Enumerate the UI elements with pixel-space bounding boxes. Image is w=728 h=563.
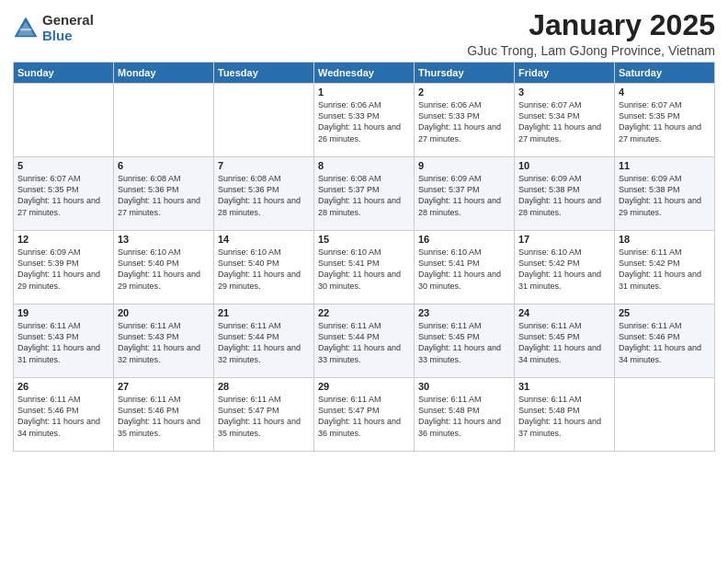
day-content: Sunrise: 6:10 AM Sunset: 5:42 PM Dayligh… <box>518 247 610 292</box>
calendar-cell: 31Sunrise: 6:11 AM Sunset: 5:48 PM Dayli… <box>515 378 615 452</box>
calendar-cell: 17Sunrise: 6:10 AM Sunset: 5:42 PM Dayli… <box>515 231 615 304</box>
day-number: 29 <box>318 381 410 392</box>
page: General Blue January 2025 GJuc Trong, La… <box>0 0 728 563</box>
day-content: Sunrise: 6:11 AM Sunset: 5:43 PM Dayligh… <box>118 320 210 365</box>
col-saturday: Saturday <box>615 63 715 84</box>
calendar-table: Sunday Monday Tuesday Wednesday Thursday… <box>13 62 715 452</box>
day-content: Sunrise: 6:07 AM Sunset: 5:35 PM Dayligh… <box>17 173 109 218</box>
day-content: Sunrise: 6:11 AM Sunset: 5:44 PM Dayligh… <box>218 320 310 365</box>
day-content: Sunrise: 6:10 AM Sunset: 5:40 PM Dayligh… <box>218 247 310 292</box>
calendar-cell: 13Sunrise: 6:10 AM Sunset: 5:40 PM Dayli… <box>114 231 214 304</box>
logo-text: General Blue <box>42 13 94 43</box>
col-wednesday: Wednesday <box>314 63 415 84</box>
calendar-cell <box>114 84 214 157</box>
day-number: 21 <box>218 307 310 318</box>
day-content: Sunrise: 6:08 AM Sunset: 5:36 PM Dayligh… <box>218 173 310 218</box>
day-number: 9 <box>418 160 510 171</box>
logo: General Blue <box>13 13 94 43</box>
day-number: 31 <box>518 381 610 392</box>
month-title: January 2025 <box>467 9 715 41</box>
day-number: 6 <box>118 160 210 171</box>
day-content: Sunrise: 6:10 AM Sunset: 5:40 PM Dayligh… <box>118 247 210 292</box>
calendar-week-5: 26Sunrise: 6:11 AM Sunset: 5:46 PM Dayli… <box>14 378 715 452</box>
day-content: Sunrise: 6:11 AM Sunset: 5:46 PM Dayligh… <box>118 394 210 439</box>
col-monday: Monday <box>114 63 214 84</box>
calendar-cell: 6Sunrise: 6:08 AM Sunset: 5:36 PM Daylig… <box>114 157 214 231</box>
day-number: 17 <box>518 234 610 245</box>
calendar-cell: 20Sunrise: 6:11 AM Sunset: 5:43 PM Dayli… <box>114 304 214 378</box>
calendar-cell: 12Sunrise: 6:09 AM Sunset: 5:39 PM Dayli… <box>14 231 114 304</box>
day-content: Sunrise: 6:10 AM Sunset: 5:41 PM Dayligh… <box>318 247 410 292</box>
day-content: Sunrise: 6:11 AM Sunset: 5:45 PM Dayligh… <box>418 320 510 365</box>
calendar-cell: 27Sunrise: 6:11 AM Sunset: 5:46 PM Dayli… <box>114 378 214 452</box>
calendar-cell: 7Sunrise: 6:08 AM Sunset: 5:36 PM Daylig… <box>214 157 314 231</box>
day-number: 22 <box>318 307 410 318</box>
calendar-cell <box>14 84 114 157</box>
calendar-cell: 28Sunrise: 6:11 AM Sunset: 5:47 PM Dayli… <box>214 378 314 452</box>
col-friday: Friday <box>515 63 615 84</box>
calendar-week-3: 12Sunrise: 6:09 AM Sunset: 5:39 PM Dayli… <box>14 231 715 304</box>
day-number: 12 <box>17 234 109 245</box>
day-number: 8 <box>318 160 410 171</box>
day-content: Sunrise: 6:11 AM Sunset: 5:48 PM Dayligh… <box>418 394 510 439</box>
day-content: Sunrise: 6:11 AM Sunset: 5:42 PM Dayligh… <box>619 247 711 292</box>
day-number: 16 <box>418 234 510 245</box>
day-content: Sunrise: 6:11 AM Sunset: 5:48 PM Dayligh… <box>518 394 610 439</box>
day-content: Sunrise: 6:09 AM Sunset: 5:39 PM Dayligh… <box>17 247 109 292</box>
calendar-cell: 22Sunrise: 6:11 AM Sunset: 5:44 PM Dayli… <box>314 304 415 378</box>
day-number: 2 <box>418 86 510 98</box>
header-row: Sunday Monday Tuesday Wednesday Thursday… <box>14 63 715 84</box>
day-number: 13 <box>118 234 210 245</box>
col-sunday: Sunday <box>14 63 114 84</box>
calendar-cell: 16Sunrise: 6:10 AM Sunset: 5:41 PM Dayli… <box>415 231 515 304</box>
calendar-cell: 1Sunrise: 6:06 AM Sunset: 5:33 PM Daylig… <box>314 84 415 157</box>
day-content: Sunrise: 6:11 AM Sunset: 5:43 PM Dayligh… <box>17 320 109 365</box>
day-content: Sunrise: 6:07 AM Sunset: 5:35 PM Dayligh… <box>619 99 711 144</box>
title-block: January 2025 GJuc Trong, Lam GJong Provi… <box>467 9 715 58</box>
svg-rect-2 <box>20 29 31 30</box>
day-number: 26 <box>17 381 109 392</box>
calendar-cell: 23Sunrise: 6:11 AM Sunset: 5:45 PM Dayli… <box>415 304 515 378</box>
calendar-cell: 14Sunrise: 6:10 AM Sunset: 5:40 PM Dayli… <box>214 231 314 304</box>
day-content: Sunrise: 6:11 AM Sunset: 5:47 PM Dayligh… <box>218 394 310 439</box>
calendar-cell: 18Sunrise: 6:11 AM Sunset: 5:42 PM Dayli… <box>615 231 715 304</box>
calendar-cell: 3Sunrise: 6:07 AM Sunset: 5:34 PM Daylig… <box>515 84 615 157</box>
day-number: 24 <box>518 307 610 318</box>
day-content: Sunrise: 6:09 AM Sunset: 5:38 PM Dayligh… <box>619 173 711 218</box>
calendar-cell: 10Sunrise: 6:09 AM Sunset: 5:38 PM Dayli… <box>515 157 615 231</box>
calendar-cell: 4Sunrise: 6:07 AM Sunset: 5:35 PM Daylig… <box>615 84 715 157</box>
calendar-cell: 9Sunrise: 6:09 AM Sunset: 5:37 PM Daylig… <box>415 157 515 231</box>
day-content: Sunrise: 6:09 AM Sunset: 5:37 PM Dayligh… <box>418 173 510 218</box>
calendar-cell: 30Sunrise: 6:11 AM Sunset: 5:48 PM Dayli… <box>415 378 515 452</box>
col-thursday: Thursday <box>415 63 515 84</box>
calendar-cell: 19Sunrise: 6:11 AM Sunset: 5:43 PM Dayli… <box>14 304 114 378</box>
calendar-cell: 26Sunrise: 6:11 AM Sunset: 5:46 PM Dayli… <box>14 378 114 452</box>
calendar-cell <box>615 378 715 452</box>
day-content: Sunrise: 6:11 AM Sunset: 5:46 PM Dayligh… <box>17 394 109 439</box>
calendar-cell: 8Sunrise: 6:08 AM Sunset: 5:37 PM Daylig… <box>314 157 415 231</box>
day-content: Sunrise: 6:07 AM Sunset: 5:34 PM Dayligh… <box>518 99 610 144</box>
day-number: 3 <box>518 86 610 98</box>
day-number: 19 <box>17 307 109 318</box>
day-content: Sunrise: 6:10 AM Sunset: 5:41 PM Dayligh… <box>418 247 510 292</box>
day-number: 1 <box>318 86 410 98</box>
day-content: Sunrise: 6:08 AM Sunset: 5:36 PM Dayligh… <box>118 173 210 218</box>
col-tuesday: Tuesday <box>214 63 314 84</box>
day-number: 14 <box>218 234 310 245</box>
calendar-week-4: 19Sunrise: 6:11 AM Sunset: 5:43 PM Dayli… <box>14 304 715 378</box>
calendar-cell: 5Sunrise: 6:07 AM Sunset: 5:35 PM Daylig… <box>14 157 114 231</box>
day-content: Sunrise: 6:08 AM Sunset: 5:37 PM Dayligh… <box>318 173 410 218</box>
calendar-cell: 29Sunrise: 6:11 AM Sunset: 5:47 PM Dayli… <box>314 378 415 452</box>
day-number: 10 <box>518 160 610 171</box>
header: General Blue January 2025 GJuc Trong, La… <box>13 9 715 58</box>
calendar-cell: 24Sunrise: 6:11 AM Sunset: 5:45 PM Dayli… <box>515 304 615 378</box>
day-number: 23 <box>418 307 510 318</box>
day-number: 30 <box>418 381 510 392</box>
calendar-cell: 25Sunrise: 6:11 AM Sunset: 5:46 PM Dayli… <box>615 304 715 378</box>
day-content: Sunrise: 6:11 AM Sunset: 5:46 PM Dayligh… <box>619 320 711 365</box>
calendar-cell: 2Sunrise: 6:06 AM Sunset: 5:33 PM Daylig… <box>415 84 515 157</box>
day-number: 25 <box>619 307 711 318</box>
calendar-cell: 21Sunrise: 6:11 AM Sunset: 5:44 PM Dayli… <box>214 304 314 378</box>
day-content: Sunrise: 6:11 AM Sunset: 5:44 PM Dayligh… <box>318 320 410 365</box>
day-number: 5 <box>17 160 109 171</box>
